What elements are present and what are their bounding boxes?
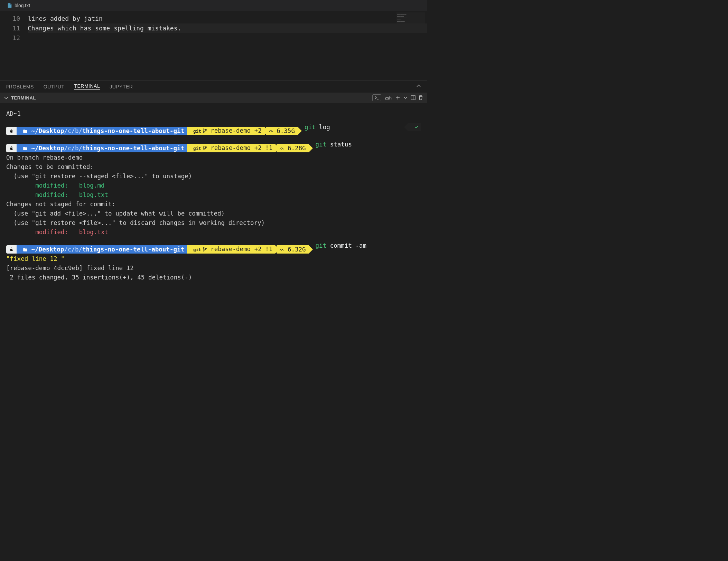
command-text: git status	[316, 140, 352, 149]
apple-icon	[9, 129, 14, 133]
code-editor[interactable]: 10 11 12 lines added by jatin Changes wh…	[0, 11, 427, 80]
svg-point-1	[203, 129, 204, 130]
git-branch-icon	[203, 129, 207, 133]
plus-icon[interactable]	[395, 95, 401, 101]
terminal-line: [rebase-demo 4dcc9eb] fixed line 12	[6, 264, 421, 273]
line-number-gutter: 10 11 12	[0, 14, 28, 80]
terminal-line: modified: blog.txt	[6, 190, 421, 200]
terminal-line: (use "git add <file>..." to update what …	[6, 209, 421, 218]
terminal-line: Changes not staged for commit:	[6, 200, 421, 209]
terminal-line: modified: blog.md	[6, 181, 421, 190]
prompt-row: ~/Desktop/c/b/things-no-one-tell-about-g…	[6, 245, 309, 254]
terminal-body[interactable]: AD~1 ~/Desktop/c/b/things-no-one-tell-ab…	[0, 103, 427, 282]
command-text: git log	[305, 123, 330, 132]
editor-tab-bar: blog.txt	[0, 0, 427, 11]
success-badge	[408, 123, 421, 131]
folder-icon	[23, 129, 28, 134]
svg-point-3	[205, 129, 206, 130]
git-branch-icon	[203, 247, 207, 251]
terminal-line: AD~1	[6, 109, 421, 118]
file-icon	[7, 3, 12, 8]
folder-icon	[23, 247, 28, 252]
line-number: 11	[0, 23, 20, 33]
apple-icon	[9, 247, 14, 252]
panel-collapse-icon[interactable]	[416, 83, 421, 90]
command-text: git commit -am	[316, 241, 367, 250]
terminal-line: 2 files changed, 35 insertions(+), 45 de…	[6, 273, 421, 282]
shell-indicator[interactable]	[372, 94, 381, 101]
minimap[interactable]: ▂▂▂▂▂▂▂▂▂▂▂▂▂▂▂▂▂▂▂▂▂▂▂▂▂▂▂▂▂▂▂▂▂▂▂▂▂▂▂▂…	[396, 12, 425, 33]
svg-point-2	[203, 132, 204, 133]
terminal-line: Changes to be committed:	[6, 162, 421, 172]
git-branch-icon	[203, 146, 207, 150]
svg-point-6	[205, 146, 206, 148]
svg-point-7	[203, 247, 204, 248]
terminal-line: modified: blog.txt	[6, 228, 421, 237]
svg-point-5	[203, 149, 204, 150]
shell-name: zsh	[385, 95, 392, 101]
terminal-line: (use "git restore --staged <file>..." to…	[6, 172, 421, 181]
chevron-down-small-icon[interactable]	[403, 95, 408, 101]
split-panel-icon[interactable]	[410, 95, 416, 101]
terminal-title: TERMINAL	[11, 95, 36, 101]
check-icon	[414, 125, 419, 129]
terminal-line: (use "git restore <file>..." to discard …	[6, 218, 421, 228]
code-content: lines added by jatin Changes which has s…	[28, 14, 427, 80]
gauge-icon	[279, 146, 284, 151]
tab-problems[interactable]: PROBLEMS	[6, 84, 34, 89]
tab-filename: blog.txt	[15, 3, 30, 8]
gauge-icon	[279, 247, 284, 252]
tab-output[interactable]: OUTPUT	[44, 84, 65, 89]
line-number: 12	[0, 33, 20, 43]
code-line: lines added by jatin	[28, 14, 427, 23]
terminal-header: TERMINAL zsh	[0, 93, 427, 103]
panel-tabs: PROBLEMS OUTPUT TERMINAL JUPYTER	[0, 80, 427, 93]
svg-point-8	[203, 250, 204, 251]
prompt-row: ~/Desktop/c/b/things-no-one-tell-about-g…	[6, 127, 298, 135]
chevron-down-icon[interactable]	[3, 95, 9, 101]
terminal-prompt-icon	[374, 95, 380, 101]
code-line: Changes which has some spelling mistakes…	[28, 23, 427, 33]
prompt-row: ~/Desktop/c/b/things-no-one-tell-about-g…	[6, 144, 309, 152]
tab-blog-txt[interactable]: blog.txt	[3, 0, 34, 11]
folder-icon	[23, 146, 28, 151]
tab-jupyter[interactable]: JUPYTER	[110, 84, 133, 89]
gauge-icon	[269, 129, 273, 133]
line-number: 10	[0, 14, 20, 23]
apple-icon	[9, 146, 14, 151]
svg-point-4	[203, 146, 204, 147]
trash-icon[interactable]	[418, 95, 423, 101]
svg-point-9	[205, 248, 206, 249]
tab-terminal[interactable]: TERMINAL	[74, 83, 100, 90]
terminal-line: On branch rebase-demo	[6, 153, 421, 162]
terminal-line: "fixed line 12 "	[6, 254, 421, 264]
